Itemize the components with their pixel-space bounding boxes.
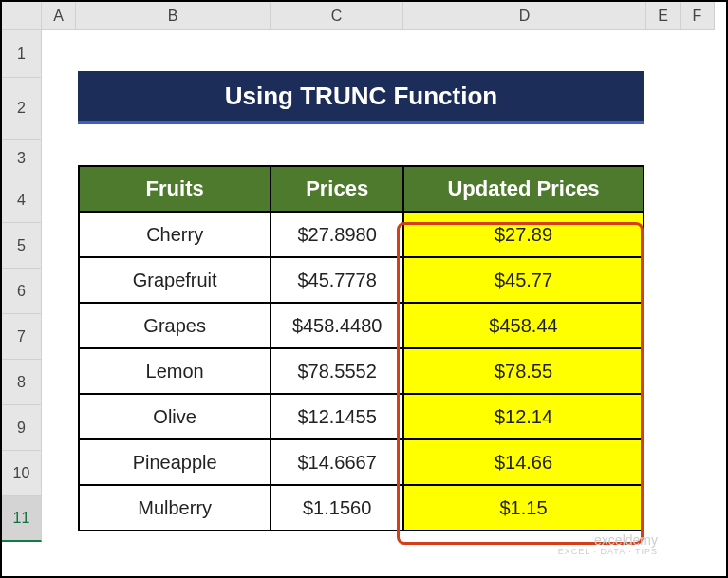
cell-updated[interactable]: $14.66 <box>403 439 644 485</box>
col-head-a[interactable]: A <box>42 2 76 30</box>
row-head-6[interactable]: 6 <box>2 269 42 314</box>
col-head-e[interactable]: E <box>646 2 681 30</box>
cell-fruit[interactable]: Grapefruit <box>79 257 271 303</box>
cell-fruit[interactable]: Lemon <box>79 348 271 394</box>
table-row: Olive $12.1455 $12.14 <box>79 394 644 439</box>
table-row: Mulberry $1.1560 $1.15 <box>79 485 644 531</box>
cell-price[interactable]: $12.1455 <box>271 394 403 439</box>
header-fruits: Fruits <box>79 166 271 212</box>
cell-updated[interactable]: $12.14 <box>403 394 644 439</box>
row-head-5[interactable]: 5 <box>2 223 42 269</box>
row-head-10[interactable]: 10 <box>2 451 42 496</box>
col-head-b[interactable]: B <box>76 2 271 30</box>
col-head-d[interactable]: D <box>403 2 646 30</box>
table-row: Grapefruit $45.7778 $45.77 <box>79 257 644 303</box>
cell-price[interactable]: $27.8980 <box>271 212 403 257</box>
row-head-1[interactable]: 1 <box>2 30 42 78</box>
cell-updated[interactable]: $27.89 <box>403 212 644 257</box>
cell-price[interactable]: $1.1560 <box>271 485 403 531</box>
row-head-3[interactable]: 3 <box>2 140 42 177</box>
row-head-2[interactable]: 2 <box>2 78 42 140</box>
row-head-11[interactable]: 11 <box>2 496 42 542</box>
table-row: Pineapple $14.6667 $14.66 <box>79 439 644 485</box>
cell-area[interactable]: Using TRUNC Function Fruits Prices Updat… <box>42 30 715 542</box>
title-band: Using TRUNC Function <box>78 71 644 124</box>
header-updated: Updated Prices <box>403 166 644 212</box>
cell-fruit[interactable]: Grapes <box>79 303 271 348</box>
cell-price[interactable]: $458.4480 <box>271 303 403 348</box>
table-body: Cherry $27.8980 $27.89 Grapefruit $45.77… <box>79 212 644 531</box>
table-row: Lemon $78.5552 $78.55 <box>79 348 644 394</box>
cell-price[interactable]: $14.6667 <box>271 439 403 485</box>
col-head-f[interactable]: F <box>681 2 715 30</box>
row-head-7[interactable]: 7 <box>2 314 42 360</box>
row-head-4[interactable]: 4 <box>2 177 42 223</box>
select-all-corner[interactable] <box>2 2 42 30</box>
row-head-8[interactable]: 8 <box>2 360 42 405</box>
spreadsheet-grid: A B C D E F 1 Using TRUNC Function Fruit… <box>2 2 726 576</box>
cell-fruit[interactable]: Olive <box>79 394 271 439</box>
data-table: Fruits Prices Updated Prices Cherry $27.… <box>78 165 644 531</box>
table-row: Cherry $27.8980 $27.89 <box>79 212 644 257</box>
cell-fruit[interactable]: Cherry <box>79 212 271 257</box>
col-head-c[interactable]: C <box>271 2 403 30</box>
cell-fruit[interactable]: Mulberry <box>79 485 271 531</box>
table-row: Grapes $458.4480 $458.44 <box>79 303 644 348</box>
table-header-row: Fruits Prices Updated Prices <box>79 166 644 212</box>
cell-price[interactable]: $45.7778 <box>271 257 403 303</box>
cell-fruit[interactable]: Pineapple <box>79 439 271 485</box>
header-prices: Prices <box>271 166 403 212</box>
cell-price[interactable]: $78.5552 <box>271 348 403 394</box>
row-head-9[interactable]: 9 <box>2 405 42 451</box>
cell-updated[interactable]: $78.55 <box>403 348 644 394</box>
cell-updated[interactable]: $458.44 <box>403 303 644 348</box>
cell-updated[interactable]: $45.77 <box>403 257 644 303</box>
cell-updated[interactable]: $1.15 <box>403 485 644 531</box>
